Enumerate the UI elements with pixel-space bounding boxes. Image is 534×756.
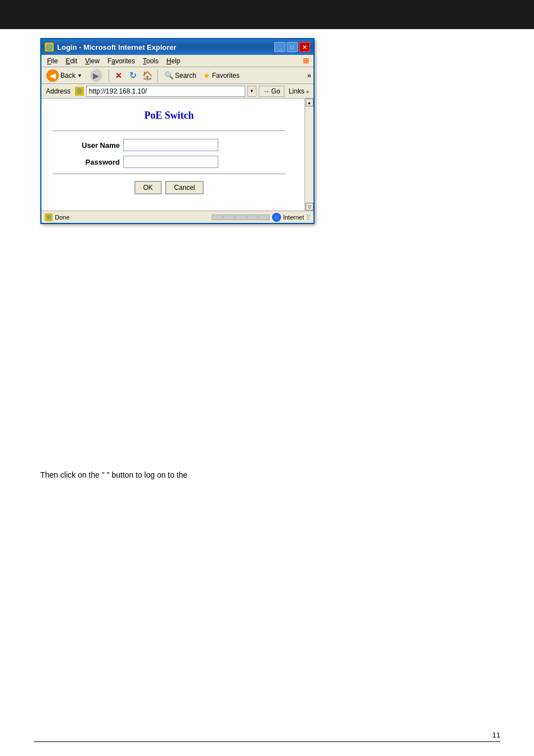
status-seg-2 [223, 214, 235, 220]
internet-label: Internet [283, 214, 304, 221]
toolbar: ◀ Back ▼ ▶ ✕ ↻ 🏠 🔍 Search ★ Favorites » [41, 67, 313, 84]
url-input[interactable] [86, 86, 245, 97]
toolbar-separator-1 [109, 69, 109, 82]
menu-items: File Edit View Favorites Tools Help [44, 56, 184, 66]
status-bar: 🌐 Done Internet ⣿ [41, 211, 313, 223]
instruction-text: Then click on the " " button to log on t… [40, 470, 188, 479]
cancel-button[interactable]: Cancel [165, 181, 204, 194]
title-bar: 🌐 Login - Microsoft Internet Explorer _ … [41, 39, 313, 55]
status-seg-3 [235, 214, 246, 220]
links-button[interactable]: Links » [287, 87, 311, 95]
status-seg-5 [259, 214, 270, 220]
links-label: Links [289, 87, 305, 95]
ok-button[interactable]: OK [134, 181, 162, 194]
status-seg-1 [212, 214, 223, 220]
scroll-down-button[interactable]: ▽ [306, 203, 313, 211]
status-seg-4 [247, 214, 258, 220]
menu-file[interactable]: File [44, 56, 61, 66]
favorites-label: Favorites [212, 72, 240, 80]
page-content: PoE Switch User Name Password OK Cancel [41, 99, 313, 211]
back-icon: ◀ [46, 69, 59, 82]
username-row: User Name [69, 139, 285, 151]
internet-globe-icon [272, 213, 281, 222]
username-label: User Name [69, 141, 120, 150]
status-favicon: 🌐 [45, 213, 53, 221]
bottom-line [34, 741, 500, 742]
minimize-button[interactable]: _ [274, 42, 285, 52]
content-area: PoE Switch User Name Password OK Cancel [41, 99, 313, 211]
toolbar-separator-2 [157, 69, 158, 82]
login-container: PoE Switch User Name Password OK Cancel [53, 110, 297, 194]
menu-tools[interactable]: Tools [139, 56, 162, 66]
resize-grip: ⣿ [306, 214, 310, 220]
home-button[interactable]: 🏠 [142, 69, 154, 82]
browser-icon: 🌐 [45, 43, 54, 52]
password-label: Password [69, 158, 120, 166]
menu-view[interactable]: View [82, 56, 103, 66]
search-label: Search [175, 72, 196, 80]
top-bar [0, 0, 534, 29]
scrollbar[interactable]: ▲ ▽ [305, 99, 313, 211]
search-area[interactable]: 🔍 Search [165, 71, 196, 80]
address-favicon: 🌐 [75, 87, 84, 96]
address-label: Address [44, 87, 73, 95]
status-done: 🌐 Done [45, 213, 69, 221]
form-buttons: OK Cancel [53, 181, 285, 194]
favorites-icon: ★ [203, 71, 210, 80]
username-input[interactable] [123, 139, 218, 151]
status-segments [212, 214, 270, 220]
page-number: 11 [493, 731, 500, 739]
go-button[interactable]: → Go [259, 86, 284, 97]
go-arrow-icon: → [263, 87, 270, 96]
window-title: Login - Microsoft Internet Explorer [57, 43, 176, 52]
menu-help[interactable]: Help [163, 56, 184, 66]
forward-button[interactable]: ▶ [87, 68, 105, 83]
status-right: Internet ⣿ [212, 213, 310, 222]
maximize-button[interactable]: □ [287, 42, 298, 52]
password-input[interactable] [123, 156, 218, 168]
toolbar-more[interactable]: » [307, 71, 311, 80]
favorites-area[interactable]: ★ Favorites [203, 71, 240, 80]
page-title: PoE Switch [53, 110, 285, 122]
password-row: Password [69, 156, 285, 168]
top-divider [53, 130, 285, 131]
back-label: Back [60, 72, 76, 80]
search-icon: 🔍 [165, 71, 174, 80]
url-dropdown[interactable]: ▼ [247, 86, 256, 97]
windows-logo: ⊞ [303, 57, 311, 65]
window-controls: _ □ ✕ [274, 42, 310, 52]
scroll-thumb[interactable] [306, 106, 313, 203]
menu-favorites[interactable]: Favorites [104, 56, 138, 66]
back-dropdown-icon: ▼ [77, 73, 82, 78]
back-button[interactable]: ◀ Back ▼ [44, 68, 85, 83]
title-bar-left: 🌐 Login - Microsoft Internet Explorer [45, 43, 176, 52]
body-text: Then click on the " " button to log on t… [40, 470, 188, 479]
close-button[interactable]: ✕ [299, 42, 310, 52]
refresh-button[interactable]: ↻ [127, 69, 139, 82]
go-label: Go [271, 87, 280, 95]
links-chevron-icon: » [306, 89, 309, 95]
done-label: Done [55, 214, 69, 221]
browser-window: 🌐 Login - Microsoft Internet Explorer _ … [40, 38, 315, 224]
forward-icon: ▶ [90, 69, 102, 82]
address-bar: Address 🌐 ▼ → Go Links » [41, 84, 313, 99]
bottom-divider [53, 174, 285, 174]
scroll-up-button[interactable]: ▲ [306, 99, 313, 106]
stop-button[interactable]: ✕ [113, 69, 125, 82]
menu-bar: File Edit View Favorites Tools Help ⊞ [41, 55, 313, 67]
menu-edit[interactable]: Edit [62, 56, 81, 66]
